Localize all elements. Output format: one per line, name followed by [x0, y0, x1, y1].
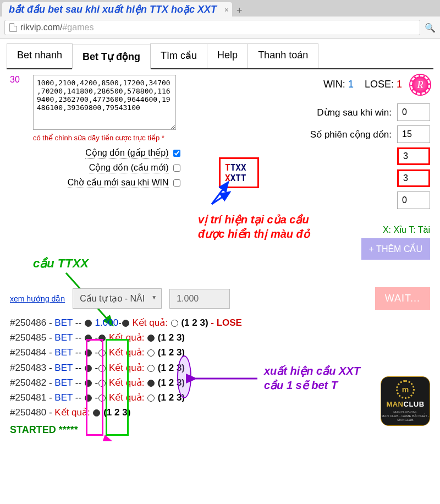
annotation-vitri: vị trí hiện tại của cầu được hiển thị mà… — [198, 212, 310, 241]
manclub-logo: m MANCLUB MANCLUB.ONLMAN CLUB - GAME BÀI… — [381, 376, 430, 426]
cau-select[interactable]: Cầu tự tạo - NÂI — [73, 288, 162, 309]
checkbox-cau-moi-label: Cộng dồn (cầu mới) — [89, 163, 169, 173]
tab-bet-nhanh[interactable]: Bet nhanh — [7, 43, 73, 68]
input-pattern2[interactable] — [397, 169, 430, 187]
page-icon — [9, 23, 17, 32]
browser-tab-bar: bắt đầu bet sau khi xuất hiện TTX hoặc X… — [0, 0, 440, 17]
tab-thanh-toan[interactable]: Thanh toán — [248, 43, 318, 68]
guide-link[interactable]: xem hướng dẫn — [10, 294, 65, 303]
app-tabs: Bet nhanh Bet Tự động Tìm cầu Help Thanh… — [7, 43, 433, 69]
field-dung-win: Dừng sau khi win: — [208, 103, 430, 121]
chip-icon[interactable] — [410, 75, 430, 95]
win-lose: WIN: 1 LOSE: 1 — [208, 75, 430, 95]
add-cau-button[interactable]: + THÊM CẦU — [361, 238, 430, 260]
result-row: #250480 - Kết quả: (1 2 3) — [10, 405, 430, 420]
results-list: #250486 - BET -- 1.000- Kết quả: (1 2 3)… — [10, 315, 430, 420]
url-input[interactable]: rikvip.com/#games — [4, 20, 420, 35]
tab-title: bắt đầu bet sau khi xuất hiện TTX hoặc X… — [9, 3, 217, 15]
edit-note: có thể chinh sữa dãy tiền cược trực tiếp… — [33, 134, 180, 142]
new-tab-button[interactable]: + — [232, 5, 247, 17]
checkbox-cho-cau[interactable] — [173, 179, 180, 187]
tab-tim-cau[interactable]: Tìm cầu — [150, 43, 207, 68]
address-bar: rikvip.com/#games 🔍 — [0, 17, 440, 39]
amount-input[interactable]: 1.000 — [169, 289, 230, 309]
checkbox-cho-cau-label: Chờ cầu mới sau khi WIN — [68, 178, 169, 188]
close-icon[interactable]: × — [224, 6, 229, 14]
input-pattern1[interactable] — [397, 147, 430, 165]
checkbox-cho-cau-row: Chờ cầu mới sau khi WIN — [10, 177, 180, 188]
annotation-xuat: xuất hiện cầu XXT cầu 1 sẽ bet T — [264, 364, 360, 392]
bet-series-input[interactable] — [33, 75, 176, 130]
pattern-box: TTXXXXTT — [219, 157, 259, 188]
checkbox-gap-thep-label: Cộng dồn (gấp thếp) — [85, 148, 168, 158]
result-row: #250484 - BET -- - Kết quả: (1 2 3) — [10, 345, 430, 360]
counter: 30 — [10, 75, 20, 85]
checkbox-cau-moi[interactable] — [173, 165, 180, 172]
checkbox-gap-thep[interactable] — [173, 150, 180, 157]
input-extra[interactable] — [397, 191, 430, 209]
result-row: #250485 - BET -- - Kết quả: (1 2 3) — [10, 330, 430, 345]
checkbox-cau-moi-row: Cộng dồn (cầu mới) — [10, 162, 180, 173]
annotation-cau-ttxx: cầu TTXX — [33, 256, 89, 271]
browser-tab[interactable]: bắt đầu bet sau khi xuất hiện TTX hoặc X… — [2, 2, 232, 17]
content: 30 có thể chinh sữa dãy tiền cược trực t… — [0, 69, 440, 441]
started-label: STARTED ***** — [10, 424, 430, 436]
result-row: #250486 - BET -- 1.000- Kết quả: (1 2 3)… — [10, 315, 430, 330]
tab-bet-tu-dong[interactable]: Bet Tự động — [72, 45, 151, 69]
field-cong-don: Số phiên cộng dồn: — [208, 125, 430, 143]
result-row: #250481 - BET -- - Kết quả: (1 2 3) — [10, 390, 430, 405]
checkbox-gap-thep-row: Cộng dồn (gấp thếp) — [10, 147, 180, 158]
field-extra — [208, 191, 430, 209]
wait-button[interactable]: WAIT... — [375, 287, 430, 310]
controls-row: xem hướng dẫn Cầu tự tạo - NÂI 1.000 WAI… — [10, 287, 430, 310]
search-icon[interactable]: 🔍 — [425, 23, 436, 33]
tab-help[interactable]: Help — [207, 43, 248, 68]
logo-chip-icon: m — [396, 380, 415, 399]
input-dung-win[interactable] — [397, 103, 430, 121]
input-cong-don[interactable] — [397, 125, 430, 143]
arrow-magenta — [107, 438, 190, 441]
url-text: rikvip.com/#games — [20, 23, 94, 32]
result-row: #250482 - BET -- - Kết quả: (1 2 3) — [10, 375, 430, 390]
result-row: #250483 - BET -- - Kết quả: (1 2 3) — [10, 360, 430, 375]
